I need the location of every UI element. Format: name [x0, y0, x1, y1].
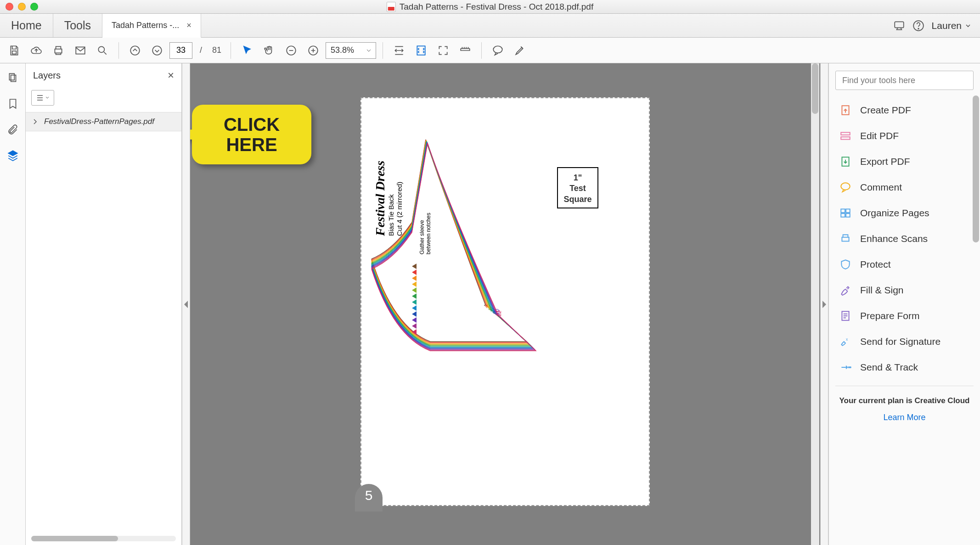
- pattern-title: Festival Dress: [373, 161, 387, 236]
- tool-item-send-track[interactable]: Send & Track: [829, 354, 980, 380]
- panel-scrollbar[interactable]: [31, 536, 176, 541]
- layers-rail-button[interactable]: [6, 148, 20, 163]
- svg-point-7: [130, 46, 140, 55]
- svg-rect-35: [846, 214, 850, 217]
- svg-rect-11: [417, 46, 425, 55]
- tool-item-comment[interactable]: Comment: [829, 174, 980, 200]
- fullscreen-button[interactable]: [434, 41, 453, 60]
- tools-panel: Create PDFEdit PDFExport PDFCommentOrgan…: [828, 63, 980, 545]
- plan-info: Your current plan is Creative Cloud: [835, 396, 974, 405]
- layer-item[interactable]: FestivalDress-PatternPages.pdf: [26, 112, 181, 131]
- svg-text:x: x: [846, 337, 848, 342]
- tool-item-organize-pages[interactable]: Organize Pages: [829, 200, 980, 226]
- print-button[interactable]: [49, 41, 68, 60]
- selection-tool[interactable]: [237, 41, 257, 60]
- svg-point-8: [152, 46, 162, 55]
- tool-icon: [839, 104, 852, 117]
- document-tab[interactable]: Tadah Patterns -... ×: [102, 14, 201, 38]
- zoom-out-button[interactable]: [282, 41, 301, 60]
- svg-rect-14: [11, 75, 16, 82]
- tool-item-prepare-form[interactable]: Prepare Form: [829, 303, 980, 329]
- svg-rect-28: [841, 132, 850, 135]
- home-tab[interactable]: Home: [0, 14, 53, 37]
- tool-item-label: Protect: [860, 259, 891, 270]
- svg-text:12: 12: [496, 310, 502, 317]
- bookmarks-rail-button[interactable]: [6, 96, 20, 111]
- fit-page-button[interactable]: [411, 41, 431, 60]
- zoom-level-select[interactable]: 53.8%: [326, 42, 376, 59]
- tool-item-protect[interactable]: Protect: [829, 252, 980, 277]
- close-tab-icon[interactable]: ×: [186, 21, 191, 30]
- pdf-page: 1" Test Square 123456789101112 Festival …: [360, 97, 650, 506]
- next-page-button[interactable]: [147, 41, 167, 60]
- fit-width-button[interactable]: [389, 41, 409, 60]
- canvas-scrollbar[interactable]: [811, 63, 819, 545]
- svg-point-2: [918, 28, 919, 29]
- email-button[interactable]: [71, 41, 90, 60]
- close-window-button[interactable]: [6, 3, 13, 11]
- tool-icon: [839, 232, 852, 245]
- svg-rect-29: [841, 137, 850, 139]
- search-tools-input[interactable]: [835, 71, 974, 90]
- collapse-left-handle[interactable]: [182, 63, 190, 545]
- tool-item-enhance-scans[interactable]: Enhance Scans: [829, 226, 980, 252]
- tool-item-label: Comment: [860, 182, 902, 193]
- svg-rect-36: [842, 237, 849, 242]
- tools-tab[interactable]: Tools: [53, 14, 102, 37]
- minimize-window-button[interactable]: [18, 3, 26, 11]
- svg-rect-32: [841, 209, 845, 213]
- window-titlebar: Tadah Patterns - Festival Dress - Oct 20…: [0, 0, 980, 14]
- page-total-label: 81: [212, 45, 221, 55]
- pattern-note2: between notches: [425, 213, 432, 254]
- tool-icon: [839, 155, 852, 168]
- tool-item-label: Prepare Form: [860, 310, 920, 321]
- tool-item-fill-sign[interactable]: Fill & Sign: [829, 277, 980, 303]
- layers-panel-title: Layers: [33, 70, 61, 81]
- attachments-rail-button[interactable]: [6, 122, 20, 137]
- tool-item-edit-pdf[interactable]: Edit PDF: [829, 123, 980, 149]
- page-number-input[interactable]: [169, 42, 192, 59]
- svg-rect-3: [12, 51, 17, 54]
- zoom-in-button[interactable]: [304, 41, 323, 60]
- tool-item-export-pdf[interactable]: Export PDF: [829, 149, 980, 174]
- comment-tool[interactable]: [488, 41, 507, 60]
- tool-item-label: Send for Signature: [860, 336, 941, 347]
- help-icon[interactable]: [912, 20, 924, 32]
- user-menu[interactable]: Lauren: [932, 20, 971, 31]
- left-nav-rail: [0, 63, 26, 545]
- cloud-upload-button[interactable]: [27, 41, 46, 60]
- notifications-icon[interactable]: [893, 20, 905, 32]
- thumbnails-rail-button[interactable]: [6, 71, 20, 85]
- save-button[interactable]: [5, 41, 24, 60]
- chevron-down-icon: [45, 96, 49, 100]
- tool-icon: [839, 284, 852, 297]
- scrollbar-thumb[interactable]: [812, 63, 818, 114]
- right-scrollbar[interactable]: [973, 96, 979, 242]
- tool-item-create-pdf[interactable]: Create PDF: [829, 97, 980, 123]
- document-canvas[interactable]: CLICK HERE 1" Test Square 12345678910111…: [190, 63, 820, 545]
- tool-item-label: Enhance Scans: [860, 233, 928, 244]
- window-controls: [6, 3, 38, 11]
- tool-icon: [839, 258, 852, 271]
- hand-tool[interactable]: [259, 41, 279, 60]
- svg-rect-4: [55, 49, 62, 53]
- svg-point-40: [850, 367, 851, 368]
- page-marker-circle: 5: [355, 484, 383, 511]
- search-button[interactable]: [93, 41, 112, 60]
- tool-icon: [839, 207, 852, 219]
- user-name-label: Lauren: [932, 20, 962, 31]
- highlight-tool[interactable]: [510, 41, 529, 60]
- page-separator: /: [200, 45, 202, 55]
- svg-point-31: [841, 183, 850, 190]
- prev-page-button[interactable]: [125, 41, 145, 60]
- learn-more-link[interactable]: Learn More: [834, 413, 975, 422]
- layers-options-button[interactable]: [31, 90, 54, 106]
- callout-line2: HERE: [224, 135, 280, 155]
- svg-rect-0: [895, 22, 904, 28]
- close-panel-icon[interactable]: ×: [168, 69, 174, 82]
- tool-item-send-for-signature[interactable]: xSend for Signature: [829, 329, 980, 354]
- collapse-right-handle[interactable]: [820, 63, 828, 545]
- measure-tool[interactable]: [456, 41, 475, 60]
- layers-panel: Layers × FestivalDress-PatternPages.pdf: [26, 63, 182, 545]
- zoom-window-button[interactable]: [30, 3, 38, 11]
